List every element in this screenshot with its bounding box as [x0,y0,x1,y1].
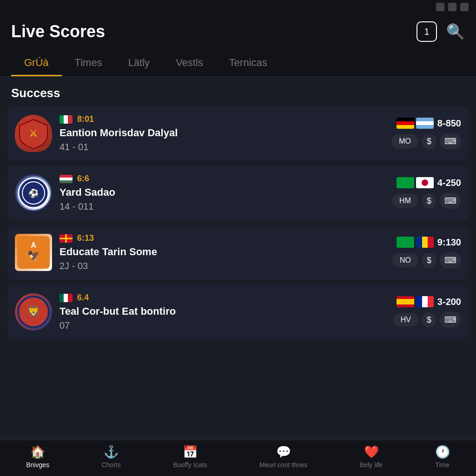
btn-dollar-1[interactable]: $ [422,134,436,149]
nav-messages[interactable]: 💬 Meurl cont thnes [259,445,308,469]
match-buttons-4: HV $ ⌨ [393,312,461,328]
main-content: Success ⚔ 8:01 Eantion Morisdav Dalyal 4… [0,77,476,381]
match-buttons-1: MO $ ⌨ [391,133,461,149]
odds-1: 8-850 [437,118,461,129]
match-info-3: 6:13 Educate Tarin Some 2J - 03 [60,233,379,271]
heart-icon: ❤️ [364,445,379,459]
flag-mexico-4 [60,294,73,302]
match-right-4: 3-200 HV $ ⌨ [387,296,461,328]
btn-extra-3[interactable]: ⌨ [440,252,461,268]
charts-icon: ⚓ [104,445,119,459]
odds-4: 3-200 [437,297,461,307]
team-logo-4: 🦁 [15,293,52,331]
match-card-2[interactable]: ⚽ 6:6 Yard Sadao 14 - 011 [7,165,469,220]
svg-text:🦁: 🦁 [26,304,40,318]
btn-dollar-3[interactable]: $ [422,253,436,268]
flag-hungary-2 [60,175,73,183]
nav-time[interactable]: 🕐 Time [435,445,450,469]
notification-button[interactable]: 1 [416,21,437,42]
match-flags-odds-3: 9:130 [397,237,461,248]
nav-messages-label: Meurl cont thnes [259,461,308,469]
nav-charts[interactable]: ⚓ Chorts [102,445,121,469]
btn-hv-4[interactable]: HV [393,313,418,327]
flag-germany-1 [397,118,414,129]
match-buttons-3: NO $ ⌨ [392,252,461,268]
status-icon-2 [448,3,456,11]
match-score-3: 2J - 03 [60,261,379,271]
flag-france-4 [416,296,434,307]
svg-text:⚔: ⚔ [29,127,38,139]
match-flags-odds-1: 8-850 [397,118,461,129]
team-logo-3: A 🦅 [15,234,52,271]
match-top-row-2: 6:6 [60,174,379,184]
match-info-2: 6:6 Yard Sadao 14 - 011 [60,174,379,212]
flag-italy-1 [60,115,73,124]
match-time-2: 6:6 [77,174,89,184]
messages-icon: 💬 [276,445,291,459]
flag-japan-2 [416,177,434,188]
btn-extra-2[interactable]: ⌨ [440,193,461,209]
matches-list: ⚔ 8:01 Eantion Morisdav Dalyal 41 - 01 8… [0,106,476,339]
match-score-2: 14 - 011 [60,201,379,212]
tab-vestls[interactable]: Vestls [163,49,216,76]
header: Live Scores 1 🔍 [0,14,476,49]
match-card-4[interactable]: 🦁 6.4 Teal Cor-but Eat bontiro 07 3-200 [7,284,469,339]
match-score-1: 41 - 01 [60,142,379,152]
time-icon: 🕐 [435,445,450,459]
nav-home[interactable]: 🏠 Bnivges [26,445,49,469]
status-icons [436,3,469,11]
notification-count: 1 [424,26,429,37]
match-right-1: 8-850 MO $ ⌨ [387,118,461,149]
btn-extra-4[interactable]: ⌨ [440,312,461,328]
tab-latly[interactable]: Lätly [115,49,163,76]
flag-pair-1 [397,118,434,129]
flag-argentina-1 [416,118,434,129]
nav-charts-label: Chorts [102,461,121,469]
nav-favorites-label: Bely life [360,461,383,469]
flag-romania-3 [416,237,434,248]
svg-text:⚽: ⚽ [28,188,39,198]
team-logo-1: ⚔ [15,115,52,152]
flag-pair-4 [397,296,434,307]
tab-grua[interactable]: GrÚà [11,49,62,76]
btn-hm-2[interactable]: HM [392,194,418,208]
match-right-3: 9:130 NO $ ⌨ [387,237,461,268]
search-button[interactable]: 🔍 [446,23,465,40]
match-time-4: 6.4 [77,293,89,303]
match-score-4: 07 [60,320,379,331]
svg-text:A: A [31,241,36,249]
flag-cross-3 [60,234,73,243]
nav-home-label: Bnivges [26,461,49,469]
odds-3: 9:130 [437,237,461,248]
tab-times[interactable]: Times [62,49,115,76]
btn-extra-1[interactable]: ⌨ [440,133,461,149]
match-time-1: 8:01 [77,114,94,124]
match-top-row-4: 6.4 [60,293,379,303]
bookmarks-icon: 📅 [183,445,198,459]
match-time-3: 6:13 [77,233,94,243]
status-icon-3 [460,3,469,11]
btn-mo-1[interactable]: MO [391,134,418,148]
page-title: Live Scores [11,22,105,41]
team-logo-2: ⚽ [15,174,52,212]
nav-bookmarks-label: Booffy Icats [173,461,207,469]
match-info-1: 8:01 Eantion Morisdav Dalyal 41 - 01 [60,114,379,152]
nav-favorites[interactable]: ❤️ Bely life [360,445,383,469]
header-actions: 1 🔍 [416,21,465,42]
tabs-container: GrÚà Times Lätly Vestls Ternicas [0,49,476,77]
match-name-1: Eantion Morisdav Dalyal [60,127,379,139]
bottom-nav: 🏠 Bnivges ⚓ Chorts 📅 Booffy Icats 💬 Meur… [0,440,476,476]
match-flags-odds-2: 4-250 [397,177,461,188]
flag-pair-2 [397,177,434,188]
match-flags-odds-4: 3-200 [397,296,461,307]
tab-ternicas[interactable]: Ternicas [216,49,280,76]
match-card-1[interactable]: ⚔ 8:01 Eantion Morisdav Dalyal 41 - 01 8… [7,106,469,161]
btn-dollar-2[interactable]: $ [422,193,436,209]
odds-2: 4-250 [437,178,461,188]
btn-dollar-4[interactable]: $ [422,312,436,328]
match-card-3[interactable]: A 🦅 6:13 Educate Tarin Some 2J - 03 [7,225,469,280]
flag-brazil-3 [397,237,414,248]
section-title: Success [0,77,476,106]
nav-bookmarks[interactable]: 📅 Booffy Icats [173,445,207,469]
btn-no-3[interactable]: NO [392,253,418,267]
